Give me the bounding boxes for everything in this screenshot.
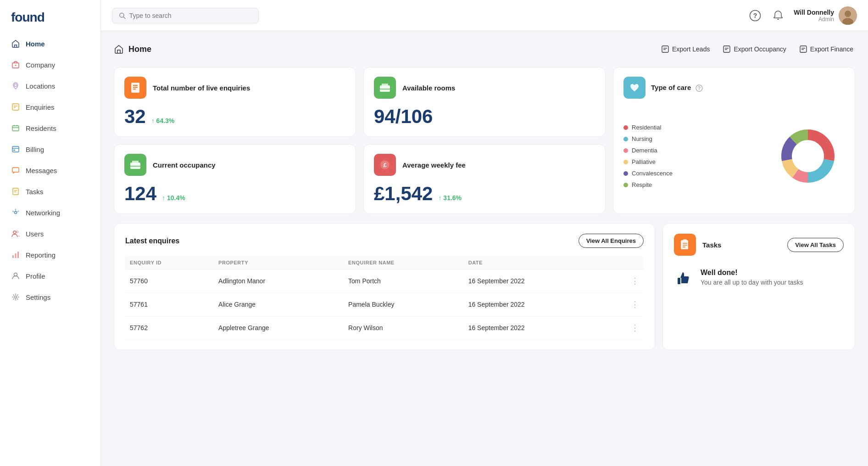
legend-label: Residential (632, 124, 661, 131)
cell-enquiry-id: 57760 (125, 269, 214, 293)
svg-rect-61 (681, 240, 688, 249)
tasks-done-text: Well done! You are all up to day with yo… (701, 269, 803, 286)
content-area: Home Export Leads (101, 31, 868, 466)
page-title-row: Home (114, 44, 151, 54)
view-all-tasks-button[interactable]: View All Tasks (787, 238, 844, 252)
cell-enquiry-id: 57762 (125, 316, 214, 340)
export-leads-button[interactable]: Export Leads (659, 42, 712, 56)
notification-icon[interactable] (771, 8, 785, 23)
svg-point-36 (845, 11, 851, 17)
sidebar-item-profile[interactable]: Profile (0, 265, 100, 286)
care-title: Type of care ? (651, 84, 703, 92)
legend-item: Residential (623, 124, 673, 131)
sidebar-item-label-messages: Messages (26, 167, 57, 174)
sidebar-item-residents[interactable]: Residents (0, 118, 100, 139)
bottom-grid: Latest enquires View All Enquires Enquir… (114, 223, 855, 350)
cell-enquirer-name: Tom Portch (344, 269, 464, 293)
tasks-label: Tasks (702, 241, 721, 249)
col-property: Property (214, 256, 344, 269)
care-content: Residential Nursing Dementia Palliative … (623, 108, 845, 204)
sidebar-item-settings[interactable]: Settings (0, 286, 100, 308)
legend-dot (623, 137, 628, 141)
live-enquiries-value: 32 (124, 107, 146, 126)
enquiries-title: Latest enquires (125, 237, 179, 245)
col-enquiry-id: Enquiry ID (125, 256, 214, 269)
sidebar-item-label-profile: Profile (26, 272, 45, 280)
col-enquirer-name: Enquirer Name (344, 256, 464, 269)
cell-property: Appletree Grange (214, 316, 344, 340)
svg-rect-44 (800, 46, 807, 52)
live-enquiries-change: ↑ 64.3% (151, 117, 175, 124)
topbar: ? Will Donnelly Admin (101, 0, 868, 31)
avg-fee-value: £1,542 (374, 184, 433, 203)
sidebar-item-billing[interactable]: Billing (0, 139, 100, 160)
available-rooms-value-row: 94/106 (374, 107, 595, 126)
svg-point-19 (18, 211, 19, 212)
user-text: Will Donnelly Admin (794, 9, 834, 22)
company-nav-icon (11, 60, 20, 69)
home-nav-icon (11, 39, 20, 48)
users-nav-icon (11, 229, 20, 238)
row-menu-button[interactable]: ⋮ (606, 269, 644, 293)
search-input[interactable] (129, 12, 252, 19)
export-leads-icon (661, 45, 669, 53)
svg-rect-56 (130, 163, 140, 169)
svg-point-25 (17, 231, 18, 233)
legend-item: Respite (623, 181, 673, 188)
svg-line-22 (17, 212, 18, 213)
table-row[interactable]: 57762 Appletree Grange Rory Wilson 16 Se… (125, 316, 644, 340)
sidebar-item-label-reporting: Reporting (26, 251, 56, 259)
sidebar-item-locations[interactable]: Locations (0, 75, 100, 96)
export-finance-icon (799, 45, 807, 53)
user-menu[interactable]: Will Donnelly Admin (794, 6, 857, 25)
row-menu-button[interactable]: ⋮ (606, 293, 644, 316)
legend-dot (623, 171, 628, 176)
sidebar-item-networking[interactable]: Networking (0, 202, 100, 223)
tasks-done: Well done! You are all up to day with yo… (674, 269, 844, 293)
row-menu-button[interactable]: ⋮ (606, 316, 644, 340)
cell-date: 16 September 2022 (464, 316, 606, 340)
export-finance-button[interactable]: Export Finance (797, 42, 855, 56)
legend-label: Nursing (632, 135, 652, 142)
user-name: Will Donnelly (794, 9, 834, 16)
export-occupancy-button[interactable]: Export Occupancy (721, 42, 788, 56)
help-icon[interactable]: ? (748, 8, 762, 23)
settings-nav-icon (11, 292, 20, 302)
stats-grid: Total number of live enquiries 32 ↑ 64.3… (114, 67, 855, 214)
search-box[interactable] (112, 8, 259, 23)
topbar-right: ? Will Donnelly Admin (748, 6, 857, 25)
sidebar-item-label-enquiries: Enquiries (26, 103, 55, 111)
view-all-enquiries-button[interactable]: View All Enquires (579, 234, 644, 248)
sidebar-item-reporting[interactable]: Reporting (0, 244, 100, 265)
tasks-done-message: You are all up to day with your tasks (701, 279, 803, 286)
type-of-care-card: Type of care ? Residential Nursing Demen… (613, 67, 855, 214)
cell-property: Alice Grange (214, 293, 344, 316)
enquiries-card-header: Latest enquires View All Enquires (125, 234, 644, 248)
home-icon (114, 44, 124, 54)
sidebar-item-company[interactable]: Company (0, 54, 100, 75)
available-rooms-label: Available rooms (402, 84, 455, 92)
care-help-icon[interactable]: ? (696, 84, 703, 92)
sidebar-item-users[interactable]: Users (0, 223, 100, 244)
svg-rect-51 (380, 85, 390, 92)
legend-item: Dementia (623, 147, 673, 154)
sidebar-item-home[interactable]: Home (0, 33, 100, 54)
live-enquiries-label: Total number of live enquiries (153, 84, 250, 92)
networking-nav-icon (11, 208, 20, 217)
table-row[interactable]: 57761 Alice Grange Pamela Buckley 16 Sep… (125, 293, 644, 316)
svg-rect-57 (132, 161, 139, 163)
sidebar-item-tasks[interactable]: Tasks (0, 181, 100, 202)
table-row[interactable]: 57760 Adlington Manor Tom Portch 16 Sept… (125, 269, 644, 293)
care-legend: Residential Nursing Dementia Palliative … (623, 124, 673, 188)
sidebar-item-label-networking: Networking (26, 209, 60, 217)
svg-rect-41 (723, 46, 730, 52)
svg-rect-13 (12, 168, 19, 172)
tasks-card-header: Tasks View All Tasks (674, 234, 844, 256)
sidebar-item-messages[interactable]: Messages (0, 160, 100, 181)
cell-date: 16 September 2022 (464, 293, 606, 316)
search-icon (119, 12, 126, 19)
current-occupancy-card: Current occupancy 124 ↑ 10.4% (114, 144, 356, 214)
svg-text:?: ? (753, 12, 757, 19)
sidebar-item-enquiries[interactable]: Enquiries (0, 96, 100, 118)
sidebar-item-label-settings: Settings (26, 293, 50, 301)
